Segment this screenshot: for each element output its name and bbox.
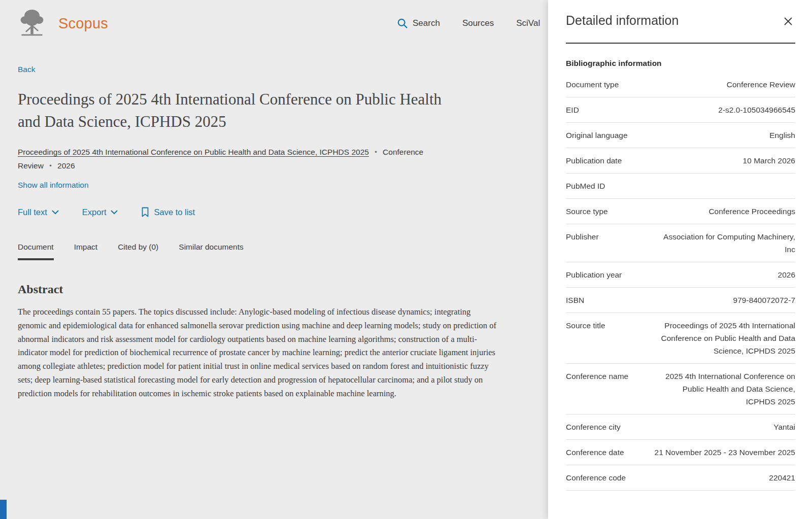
detail-label: Conference name — [566, 370, 642, 408]
detail-label: Conference code — [566, 471, 642, 484]
detail-row: ISBN 979-840072072-7 — [566, 288, 795, 313]
detail-value: 2025 4th International Conference on Pub… — [651, 370, 795, 408]
detail-label: Original language — [566, 129, 642, 142]
detail-row: Publication date 10 March 2026 — [566, 148, 795, 174]
bibliographic-section-title: Bibliographic information — [566, 59, 795, 68]
detail-label: PubMed ID — [566, 180, 642, 192]
detail-value: Proceedings of 2025 4th International Co… — [651, 319, 795, 357]
detail-label: Conference city — [566, 421, 642, 433]
detail-row: Source type Conference Proceedings — [566, 199, 795, 224]
close-panel-button[interactable] — [781, 14, 795, 28]
detail-value — [651, 180, 795, 192]
detail-label: Publication year — [566, 268, 642, 281]
panel-divider — [566, 43, 795, 44]
detail-value: 220421 — [651, 471, 795, 484]
detail-value: Association for Computing Machinery, Inc — [651, 230, 795, 256]
detail-row: Source title Proceedings of 2025 4th Int… — [566, 313, 795, 364]
detail-value: 2026 — [651, 268, 795, 281]
detail-row: Conference name 2025 4th International C… — [566, 364, 795, 414]
scopus-document-page: Scopus Search Sources SciVal Back — [0, 0, 812, 519]
detail-label: EID — [566, 103, 642, 116]
panel-title: Detailed information — [566, 13, 679, 28]
detail-label: Publication date — [566, 154, 642, 167]
detail-value: Conference Proceedings — [651, 205, 795, 218]
panel-header: Detailed information — [566, 13, 795, 28]
close-icon — [784, 17, 792, 25]
detail-label: Source title — [566, 319, 642, 357]
detail-row: PubMed ID — [566, 174, 795, 199]
detailed-information-panel: Detailed information Bibliographic infor… — [548, 0, 812, 519]
detail-row: Publication year 2026 — [566, 262, 795, 288]
detail-label: Document type — [566, 78, 642, 91]
detail-row: Original language English — [566, 123, 795, 148]
detail-row: Document type Conference Review — [566, 72, 795, 97]
detail-row: Conference city Yantai — [566, 414, 795, 440]
detail-row: Conference date 21 November 2025 - 23 No… — [566, 440, 795, 465]
detail-label: Conference date — [566, 446, 642, 459]
detail-label: Source type — [566, 205, 642, 218]
detail-row: Conference code 220421 — [566, 465, 795, 491]
detail-value: 979-840072072-7 — [651, 294, 795, 306]
detail-value: Yantai — [651, 421, 795, 433]
detail-value: 10 March 2026 — [651, 154, 795, 167]
detail-value: 21 November 2025 - 23 November 2025 — [651, 446, 795, 459]
detail-value: Conference Review — [651, 78, 795, 91]
bibliographic-rows: Document type Conference Review EID 2-s2… — [566, 72, 795, 491]
detail-label: Publisher — [566, 230, 642, 256]
detail-label: ISBN — [566, 294, 642, 306]
feedback-tab[interactable] — [0, 500, 7, 519]
detail-value: English — [651, 129, 795, 142]
detail-row: Publisher Association for Computing Mach… — [566, 224, 795, 262]
detail-value: 2-s2.0-105034966545 — [651, 103, 795, 116]
detail-row: EID 2-s2.0-105034966545 — [566, 97, 795, 123]
